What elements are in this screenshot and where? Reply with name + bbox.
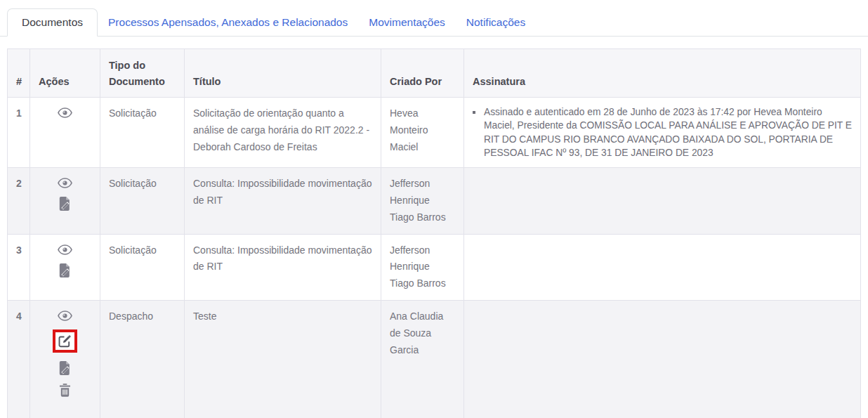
table-row: 1SolicitaçãoSolicitação de orientação qu… [8, 98, 861, 168]
actions-cell [30, 301, 100, 418]
col-header-signature: Assinatura [464, 49, 861, 98]
created-by: Jefferson Henrique Tiago Barros [381, 234, 464, 300]
file-signature-icon [59, 197, 72, 211]
document-detail-page: Documentos Processos Apensados, Anexados… [0, 0, 868, 418]
action-stack [39, 176, 91, 211]
signature-item: Assinado e autenticado em 28 de Junho de… [483, 105, 852, 159]
document-title: Solicitação de orientação quanto a análi… [185, 98, 381, 168]
view-document-button[interactable] [58, 107, 72, 118]
document-title: Consulta: Impossibilidade movimentação d… [185, 234, 381, 300]
tab-movimentacoes[interactable]: Movimentações [358, 9, 456, 36]
eye-icon [58, 311, 72, 321]
tab-notificacoes[interactable]: Notificações [456, 9, 536, 36]
table-body: 1SolicitaçãoSolicitação de orientação qu… [8, 98, 861, 418]
col-header-actions: Ações [30, 49, 100, 98]
trash-icon [59, 384, 71, 397]
signature-cell [464, 168, 861, 234]
tab-processos-apensados[interactable]: Processos Apensados, Anexados e Relacion… [98, 9, 358, 36]
edit-document-button[interactable] [58, 334, 72, 348]
click-highlight-box [53, 329, 77, 353]
document-type: Solicitação [100, 234, 185, 300]
sign-document-button[interactable] [59, 197, 72, 211]
documents-table-container: # Ações Tipo do Documento Título Criado … [7, 48, 861, 418]
row-number: 2 [8, 168, 30, 234]
created-by: Ana Claudia de Souza Garcia [381, 301, 464, 418]
document-type: Solicitação [100, 98, 185, 168]
eye-icon [58, 244, 72, 255]
document-title: Teste [185, 301, 381, 418]
table-row: 2SolicitaçãoConsulta: Impossibilidade mo… [8, 168, 861, 234]
action-stack [39, 105, 91, 118]
file-signature-icon [59, 361, 72, 375]
actions-cell [30, 98, 100, 168]
actions-cell [30, 234, 100, 300]
table-row: 3SolicitaçãoConsulta: Impossibilidade mo… [8, 234, 861, 300]
signature-cell [464, 301, 861, 418]
tab-bar: Documentos Processos Apensados, Anexados… [0, 8, 868, 37]
created-by: Hevea Monteiro Maciel [381, 98, 464, 168]
view-document-button[interactable] [58, 244, 72, 255]
sign-document-button[interactable] [59, 361, 72, 375]
row-number: 3 [8, 234, 30, 300]
action-stack [39, 242, 91, 277]
col-header-created-by: Criado Por [381, 49, 464, 98]
col-header-number: # [8, 49, 30, 98]
view-document-button[interactable] [58, 178, 72, 188]
file-signature-icon [59, 263, 72, 277]
delete-document-button[interactable] [59, 384, 71, 397]
row-number: 1 [8, 98, 30, 168]
tab-documentos[interactable]: Documentos [7, 8, 98, 37]
edit-icon [58, 334, 72, 348]
col-header-title: Título [185, 49, 381, 98]
row-number: 4 [8, 301, 30, 418]
created-by: Jefferson Henrique Tiago Barros [381, 168, 464, 234]
eye-icon [58, 178, 72, 188]
actions-cell [30, 168, 100, 234]
table-row: 4DespachoTesteAna Claudia de Souza Garci… [8, 301, 861, 418]
documents-table: # Ações Tipo do Documento Título Criado … [7, 48, 861, 418]
action-stack [39, 308, 91, 397]
table-header: # Ações Tipo do Documento Título Criado … [8, 49, 861, 98]
signature-cell: Assinado e autenticado em 28 de Junho de… [464, 98, 861, 168]
col-header-document-type: Tipo do Documento [100, 49, 185, 98]
document-title: Consulta: Impossibilidade movimentação d… [185, 168, 381, 234]
eye-icon [58, 107, 72, 118]
view-document-button[interactable] [58, 311, 72, 321]
signature-list: Assinado e autenticado em 28 de Junho de… [473, 105, 852, 159]
document-type: Solicitação [100, 168, 185, 234]
signature-cell [464, 234, 861, 300]
sign-document-button[interactable] [59, 263, 72, 277]
document-type: Despacho [100, 301, 185, 418]
